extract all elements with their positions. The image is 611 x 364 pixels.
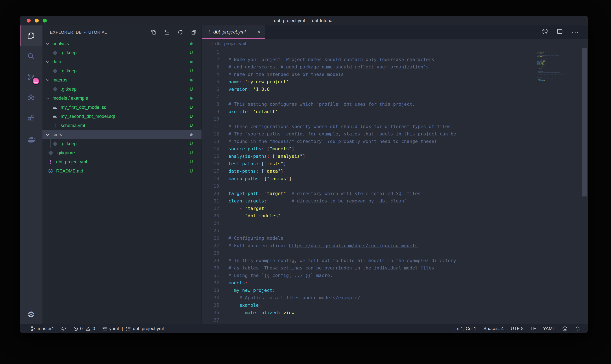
yaml-warning-icon: ! <box>52 123 58 128</box>
code-line[interactable]: 4# name or the intended use of these mod… <box>202 71 456 78</box>
close-tab-icon[interactable]: × <box>257 29 261 35</box>
tab-dbt-project-yml[interactable]: ! dbt_project.yml × <box>202 26 265 39</box>
explorer-icon[interactable] <box>20 26 42 46</box>
line-number: 4 <box>202 71 219 78</box>
code-line[interactable]: 13# found in the "models/" directory. Yo… <box>202 138 456 145</box>
new-file-icon[interactable] <box>151 30 156 35</box>
line-number: 36 <box>202 309 219 316</box>
tree-item-schema-yml[interactable]: !schema.ymlU <box>42 121 202 130</box>
line-number: 24 <box>202 220 219 227</box>
notifications-bell-icon[interactable] <box>575 326 580 332</box>
collapse-folders-icon[interactable] <box>191 30 196 35</box>
code-line[interactable]: 6version: '1.0.0' <box>202 86 456 93</box>
code-line[interactable]: 1 <box>202 48 456 56</box>
sql-file-icon <box>52 105 58 110</box>
code-line[interactable]: 14source-paths: ["models"] <box>202 145 456 153</box>
tree-label: analysis <box>52 41 69 46</box>
tree-item-gitignore[interactable]: .gitignoreU <box>42 148 202 157</box>
new-folder-icon[interactable] <box>164 30 170 35</box>
code-line[interactable]: 35 example: <box>202 301 456 309</box>
line-number: 25 <box>202 227 219 234</box>
code-line[interactable]: 8# This setting configures which "profil… <box>202 101 456 108</box>
code-line[interactable]: 32models: <box>202 279 456 287</box>
tree-item-macros[interactable]: macros <box>42 76 202 85</box>
minimap[interactable]: # Name your project! Project names shoul… <box>537 49 580 156</box>
code-line[interactable]: 27# Full documentation: https://docs.get… <box>202 242 456 249</box>
code-line[interactable]: 2# Name your project! Project names shou… <box>202 56 456 63</box>
code-line[interactable]: 20target-path: "target" # directory whic… <box>202 190 456 197</box>
code-line[interactable]: 9profile: 'default' <box>202 108 456 115</box>
indentation-status[interactable]: Spaces: 4 <box>483 326 504 331</box>
code-line[interactable]: 3# and underscores. A good package name … <box>202 63 456 71</box>
code-line[interactable]: 12# The `source-paths` config, for examp… <box>202 130 456 138</box>
source-control-icon[interactable]: 11 <box>20 67 42 88</box>
line-number: 19 <box>202 182 219 190</box>
code-line[interactable]: 25 <box>202 227 456 234</box>
tree-item-analysis[interactable]: analysis <box>42 39 202 48</box>
yaml-mode-status[interactable]: yaml <box>102 326 119 331</box>
split-editor-icon[interactable] <box>557 28 563 35</box>
settings-gear-icon[interactable]: ⚙ <box>20 310 42 318</box>
cursor-position-status[interactable]: Ln 1, Col 1 <box>454 326 476 331</box>
code-line[interactable]: 21clean-targets: # directories to be rem… <box>202 197 456 205</box>
title-bar[interactable]: dbt_project.yml — dbt-tutorial <box>20 16 588 26</box>
tree-item-gitkeep[interactable]: .gitkeepU <box>42 48 202 57</box>
encoding-status[interactable]: UTF-8 <box>511 326 524 331</box>
code-line[interactable]: 33 my_new_project: <box>202 287 456 294</box>
code-line[interactable]: 16test-paths: ["tests"] <box>202 160 456 168</box>
tree-item-data[interactable]: data <box>42 57 202 66</box>
tree-label: schema.yml <box>61 123 85 128</box>
code-line[interactable]: 18macro-paths: ["macros"] <box>202 175 456 182</box>
code-line[interactable]: 5name: 'my_new_project' <box>202 78 456 86</box>
code-editor[interactable]: 12# Name your project! Project names sho… <box>202 48 456 324</box>
code-line[interactable]: 29# In this example config, we tell dbt … <box>202 257 456 264</box>
line-number: 27 <box>202 242 219 249</box>
code-line[interactable]: 17data-paths: ["data"] <box>202 168 456 175</box>
git-status-dot <box>190 42 193 45</box>
code-line[interactable]: 15analysis-paths: ["analysis"] <box>202 153 456 160</box>
code-line[interactable]: 36 materialized: view <box>202 309 456 316</box>
chevron-down-icon <box>46 61 50 63</box>
code-line[interactable]: 23 - "dbt_modules" <box>202 212 456 220</box>
active-file-status[interactable]: dbt_project.yml <box>126 326 164 331</box>
code-line[interactable]: 34 # Applies to all files under models/e… <box>202 294 456 301</box>
code-line[interactable]: 10 <box>202 115 456 123</box>
problems-status[interactable]: 0 0 <box>73 326 95 331</box>
desktop-background: dbt_project.yml — dbt-tutorial <box>0 0 611 364</box>
docker-icon[interactable] <box>20 129 42 150</box>
extensions-icon[interactable] <box>20 108 42 129</box>
eol-status[interactable]: LF <box>531 326 536 331</box>
code-line[interactable]: 37 <box>202 316 456 324</box>
refresh-explorer-icon[interactable] <box>178 30 183 35</box>
code-line[interactable]: 30# as tables. These settings can be ove… <box>202 264 456 272</box>
language-mode-status[interactable]: YAML <box>543 326 555 331</box>
code-line[interactable]: 26# Configuring models <box>202 234 456 242</box>
debug-icon[interactable] <box>20 88 42 108</box>
tree-item-gitkeep[interactable]: .gitkeepU <box>42 66 202 76</box>
code-line[interactable]: 7 <box>202 93 456 101</box>
code-line[interactable]: 22 - "target" <box>202 205 456 212</box>
tree-item-gitkeep[interactable]: .gitkeepU <box>42 85 202 94</box>
code-line[interactable]: 24 <box>202 220 456 227</box>
line-number: 2 <box>202 56 219 63</box>
editor-scrollbar[interactable] <box>582 48 587 196</box>
code-line[interactable]: 28 <box>202 249 456 257</box>
tree-item-my-first-dbt-model-sql[interactable]: my_first_dbt_model.sqlU <box>42 103 202 112</box>
search-icon[interactable] <box>20 46 42 67</box>
feedback-smiley-icon[interactable] <box>562 326 568 332</box>
open-changes-icon[interactable] <box>542 28 548 35</box>
tree-item-models-example[interactable]: models / example <box>42 94 202 103</box>
git-branch-status[interactable]: master* <box>30 326 54 331</box>
tree-item-my-second-dbt-model-sql[interactable]: my_second_dbt_model.sqlU <box>42 112 202 121</box>
code-line[interactable]: 31# using the `{{ config(...) }}` macro. <box>202 272 456 279</box>
sync-changes-button[interactable] <box>60 326 66 332</box>
tree-item-dbt-project-yml[interactable]: !dbt_project.ymlU <box>42 157 202 167</box>
tree-item-gitkeep[interactable]: .gitkeepU <box>42 139 202 148</box>
tree-item-readme-md[interactable]: README.mdU <box>42 167 202 176</box>
yaml-warning-icon: ! <box>208 29 210 35</box>
code-line[interactable]: 19 <box>202 182 456 190</box>
line-number: 22 <box>202 205 219 212</box>
breadcrumb-item-file[interactable]: dbt_project.yml <box>215 41 246 46</box>
code-line[interactable]: 11# These configurations specify where d… <box>202 123 456 130</box>
tree-item-tests[interactable]: tests <box>42 130 202 139</box>
